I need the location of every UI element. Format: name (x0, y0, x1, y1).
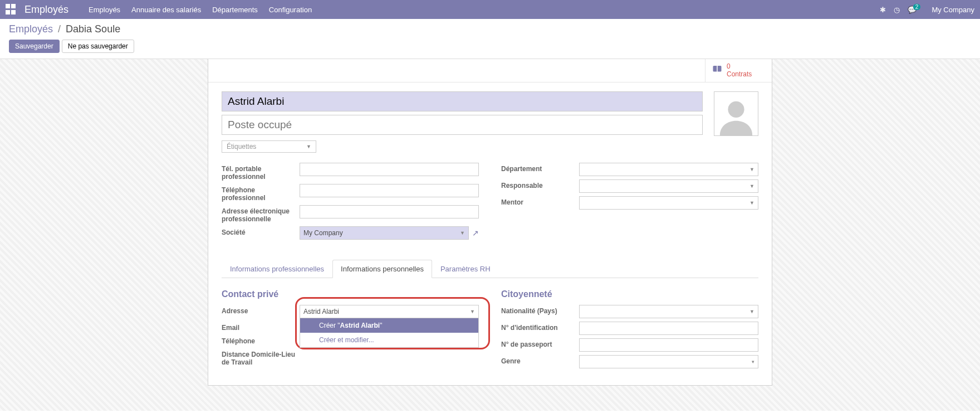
field-label-passport: N° de passeport (501, 338, 579, 348)
address-value: Astrid Alarbi (303, 308, 339, 315)
external-link-icon[interactable]: ↗ (472, 229, 479, 237)
nav-menu: Employés Annuaire des salariés Départeme… (89, 6, 880, 14)
breadcrumb-root[interactable]: Employés (9, 23, 53, 35)
manager-select[interactable]: ▼ (579, 179, 758, 193)
breadcrumb-sep: / (58, 23, 61, 35)
control-panel: Employés / Dabia Soule Sauvegarder Ne pa… (0, 19, 980, 59)
address-select[interactable]: Astrid Alarbi ▼ (300, 305, 479, 318)
address-dropdown: Créer "Astrid Alarbi" Créer et modifier.… (300, 318, 479, 348)
field-label-private-email: Email (222, 322, 300, 332)
field-label-mentor: Mentor (501, 196, 579, 206)
company-name[interactable]: My Company (932, 6, 974, 14)
employee-name-input[interactable] (222, 91, 703, 111)
book-icon (712, 64, 722, 77)
field-label-gender: Genre (501, 355, 579, 365)
form-sheet: 0 Contrats Étiquettes ▼ (208, 59, 772, 386)
chevron-down-icon: ▾ (752, 359, 754, 365)
field-label-department: Département (501, 163, 579, 173)
breadcrumb: Employés / Dabia Soule (9, 23, 971, 35)
contracts-label: Contrats (727, 70, 752, 78)
section-title-private: Contact privé (222, 289, 479, 299)
nav-menu-item[interactable]: Départements (212, 6, 258, 14)
chevron-down-icon: ▼ (749, 200, 754, 206)
clock-icon[interactable]: ◷ (894, 6, 900, 14)
passport-input[interactable] (579, 338, 758, 352)
field-label-id-number: N° d'identification (501, 322, 579, 332)
gender-select[interactable]: ▾ (579, 355, 758, 368)
chevron-down-icon: ▼ (749, 183, 754, 189)
job-title-input[interactable] (222, 115, 703, 135)
department-select[interactable]: ▼ (579, 163, 758, 176)
chevron-down-icon: ▼ (749, 309, 754, 314)
tab-pro-info[interactable]: Informations professionnelles (222, 260, 332, 278)
bug-icon[interactable]: ✱ (880, 6, 886, 14)
mobile-input[interactable] (300, 163, 479, 176)
employee-photo[interactable] (714, 91, 758, 136)
chevron-down-icon: ▼ (306, 144, 311, 149)
company-value: My Company (303, 229, 343, 237)
chat-badge: 2 (913, 4, 921, 10)
chevron-down-icon: ▼ (460, 230, 465, 236)
notebook-tabs: Informations professionnelles Informatio… (222, 260, 758, 278)
app-title: Employés (24, 4, 68, 16)
company-select[interactable]: My Company ▼ (300, 226, 469, 240)
section-title-citizenship: Citoyenneté (501, 289, 758, 299)
nav-menu-item[interactable]: Annuaire des salariés (131, 6, 201, 14)
mentor-select[interactable]: ▼ (579, 196, 758, 210)
field-label-manager: Responsable (501, 179, 579, 190)
chat-icon[interactable]: 💬2 (908, 6, 924, 14)
stat-button-box: 0 Contrats (208, 59, 772, 82)
field-label-phone: Téléphone professionnel (222, 184, 300, 202)
apps-icon[interactable] (6, 4, 17, 15)
chevron-down-icon: ▼ (470, 309, 475, 314)
tab-personal-info[interactable]: Informations personnelles (332, 260, 432, 278)
tags-input[interactable]: Étiquettes ▼ (222, 140, 316, 153)
field-label-address: Adresse (222, 305, 300, 315)
field-label-private-phone: Téléphone (222, 335, 300, 345)
nav-right: ✱ ◷ 💬2 My Company (880, 6, 974, 14)
dropdown-create-edit-item[interactable]: Créer et modifier... (300, 333, 478, 347)
nav-menu-item[interactable]: Employés (89, 6, 120, 14)
nationality-select[interactable]: ▼ (579, 305, 758, 318)
svg-point-0 (728, 101, 744, 118)
nav-menu-item[interactable]: Configuration (269, 6, 312, 14)
contracts-stat-button[interactable]: 0 Contrats (705, 59, 772, 82)
save-button[interactable]: Sauvegarder (9, 40, 60, 53)
field-label-email: Adresse électronique professionnelle (222, 205, 300, 223)
field-label-distance: Distance Domicile-Lieu de Travail (222, 348, 300, 366)
dropdown-create-item[interactable]: Créer "Astrid Alarbi" (300, 318, 478, 333)
form-background: 0 Contrats Étiquettes ▼ (0, 59, 980, 411)
field-label-company: Société (222, 226, 300, 236)
work-email-input[interactable] (300, 205, 479, 218)
breadcrumb-current: Dabia Soule (66, 23, 120, 35)
id-number-input[interactable] (579, 322, 758, 335)
phone-input[interactable] (300, 184, 479, 197)
contracts-count: 0 (727, 62, 752, 70)
discard-button[interactable]: Ne pas sauvegarder (62, 40, 134, 53)
field-label-nationality: Nationalité (Pays) (501, 305, 579, 315)
tags-placeholder: Étiquettes (227, 143, 256, 150)
chevron-down-icon: ▼ (749, 167, 754, 172)
field-label-mobile: Tél. portable professionnel (222, 163, 300, 181)
tab-hr-settings[interactable]: Paramètres RH (432, 260, 499, 278)
top-navbar: Employés Employés Annuaire des salariés … (0, 0, 980, 19)
